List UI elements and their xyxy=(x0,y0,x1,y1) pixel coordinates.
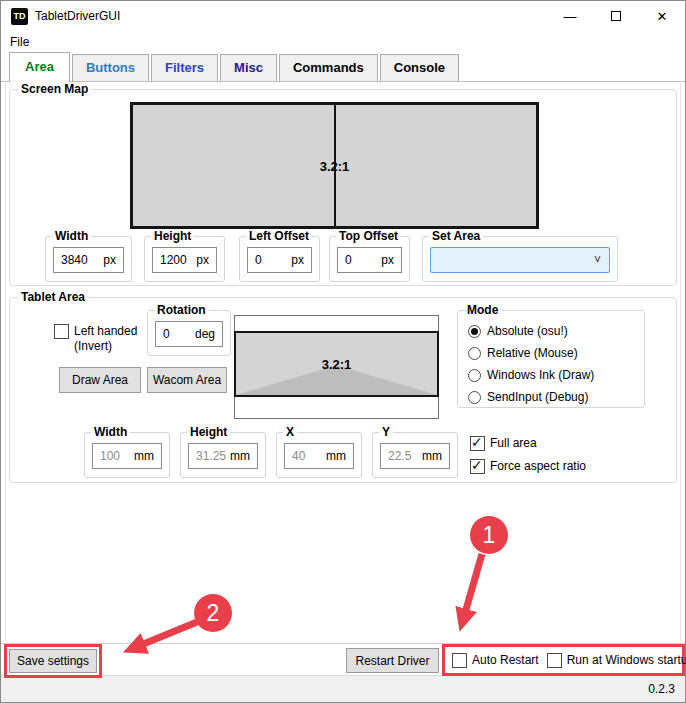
full-area-checkbox[interactable]: ✓ xyxy=(470,436,485,451)
check-icon: ✓ xyxy=(471,457,483,473)
mode-group: Mode Absolute (osu!) Relative (Mouse) Wi… xyxy=(457,310,645,408)
annotation-arrow-2 xyxy=(141,622,197,645)
rotation-value[interactable]: 0 xyxy=(163,327,170,341)
tab-panel-border-right xyxy=(680,81,681,640)
radio-icon[interactable] xyxy=(468,391,481,404)
tablet-x-label: X xyxy=(283,425,297,439)
rotation-group: Rotation 0 deg xyxy=(147,310,231,356)
tablet-height-value: 31.25 xyxy=(196,449,226,463)
screen-height-value[interactable]: 1200 xyxy=(160,253,187,267)
tablet-height-label: Height xyxy=(187,425,230,439)
tablet-y-unit: mm xyxy=(422,449,442,463)
tablet-x-input[interactable]: 40 mm xyxy=(284,443,354,469)
app-icon: TD xyxy=(11,8,28,25)
left-offset-unit: px xyxy=(291,253,304,267)
screen-width-unit: px xyxy=(103,253,116,267)
top-offset-label: Top Offset xyxy=(336,229,401,243)
left-handed-checkbox-row: Left handed (Invert) xyxy=(54,324,137,354)
app-window: TD TabletDriverGUI — ✕ File Area Buttons… xyxy=(0,0,686,703)
screen-map-legend: Screen Map xyxy=(18,82,91,96)
radio-icon[interactable] xyxy=(468,347,481,360)
left-offset-input[interactable]: 0 px xyxy=(247,247,312,273)
screen-height-group: Height 1200 px xyxy=(144,236,225,282)
mode-option-relative[interactable]: Relative (Mouse) xyxy=(458,342,644,364)
annotation-step-1: 1 xyxy=(470,516,508,554)
tab-console[interactable]: Console xyxy=(380,54,459,81)
chevron-down-icon: ˅ xyxy=(594,254,601,266)
screen-map-group: Screen Map 3.2:1 Width 3840 px Height 12… xyxy=(9,89,677,286)
tablet-width-unit: mm xyxy=(134,449,154,463)
force-aspect-label: Force aspect ratio xyxy=(490,459,586,474)
top-offset-input[interactable]: 0 px xyxy=(337,247,402,273)
rotation-label: Rotation xyxy=(154,303,209,317)
set-area-dropdown[interactable]: ˅ xyxy=(430,247,610,273)
auto-restart-checkbox[interactable] xyxy=(452,653,467,668)
tablet-y-input[interactable]: 22.5 mm xyxy=(380,443,450,469)
tablet-width-group: Width 100 mm xyxy=(84,432,170,478)
screen-map-rect[interactable]: 3.2:1 xyxy=(130,102,539,229)
menu-file[interactable]: File xyxy=(1,33,38,51)
left-handed-checkbox[interactable] xyxy=(54,324,69,339)
wacom-area-button[interactable]: Wacom Area xyxy=(147,367,227,393)
annotation-step-2: 2 xyxy=(194,594,232,632)
screen-width-value[interactable]: 3840 xyxy=(61,253,88,267)
title-bar: TD TabletDriverGUI — ✕ xyxy=(1,1,685,31)
top-offset-group: Top Offset 0 px xyxy=(329,236,410,282)
left-offset-label: Left Offset xyxy=(246,229,312,243)
tablet-y-label: Y xyxy=(379,425,393,439)
top-offset-value[interactable]: 0 xyxy=(345,253,352,267)
rotation-unit: deg xyxy=(195,327,215,341)
version-text: 0.2.3 xyxy=(648,682,675,696)
restart-driver-button[interactable]: Restart Driver xyxy=(346,648,439,673)
tab-commands[interactable]: Commands xyxy=(279,54,378,81)
annotation-box-startup: Auto Restart Run at Windows startup xyxy=(442,644,685,676)
tablet-height-input[interactable]: 31.25 mm xyxy=(188,443,258,469)
run-at-startup-label: Run at Windows startup xyxy=(567,653,686,668)
left-handed-label: Left handed (Invert) xyxy=(74,324,137,354)
tablet-outline-rect: 3.2:1 xyxy=(234,315,439,419)
maximize-icon[interactable] xyxy=(599,3,633,29)
tablet-x-value: 40 xyxy=(292,449,305,463)
full-area-checkbox-row[interactable]: ✓ Full area xyxy=(470,436,537,451)
screen-width-input[interactable]: 3840 px xyxy=(53,247,124,273)
rotation-input[interactable]: 0 deg xyxy=(155,321,223,347)
tab-area[interactable]: Area xyxy=(9,52,70,82)
tab-misc[interactable]: Misc xyxy=(220,54,277,81)
screen-height-input[interactable]: 1200 px xyxy=(152,247,217,273)
top-offset-unit: px xyxy=(381,253,394,267)
set-area-group: Set Area ˅ xyxy=(422,236,618,282)
mode-option-windows-ink[interactable]: Windows Ink (Draw) xyxy=(458,364,644,386)
tablet-height-unit: mm xyxy=(230,449,250,463)
run-at-startup-row[interactable]: Run at Windows startup xyxy=(547,653,686,668)
force-aspect-checkbox-row[interactable]: ✓ Force aspect ratio xyxy=(470,459,586,474)
set-area-label: Set Area xyxy=(429,229,483,243)
radio-icon[interactable] xyxy=(468,369,481,382)
screen-width-group: Width 3840 px xyxy=(45,236,132,282)
close-icon[interactable]: ✕ xyxy=(645,3,679,29)
window-title: TabletDriverGUI xyxy=(35,9,120,23)
mode-option-absolute[interactable]: Absolute (osu!) xyxy=(458,320,644,342)
tab-panel-border xyxy=(1,81,685,82)
tablet-width-label: Width xyxy=(91,425,130,439)
force-aspect-checkbox[interactable]: ✓ xyxy=(470,459,485,474)
tablet-area-legend: Tablet Area xyxy=(18,290,88,304)
mode-option-sendinput[interactable]: SendInput (Debug) xyxy=(458,386,644,408)
tab-filters[interactable]: Filters xyxy=(151,54,218,81)
tablet-area-rect[interactable]: 3.2:1 xyxy=(234,331,439,397)
left-offset-value[interactable]: 0 xyxy=(255,253,262,267)
annotation-box-save xyxy=(4,644,102,678)
auto-restart-row[interactable]: Auto Restart xyxy=(452,653,539,668)
window-controls: — ✕ xyxy=(541,3,679,29)
status-bar: 0.2.3 xyxy=(1,675,685,702)
tablet-x-unit: mm xyxy=(326,449,346,463)
tablet-height-group: Height 31.25 mm xyxy=(180,432,266,478)
tablet-y-value: 22.5 xyxy=(388,449,411,463)
minimize-icon[interactable]: — xyxy=(553,3,587,29)
draw-area-button[interactable]: Draw Area xyxy=(59,367,141,393)
run-at-startup-checkbox[interactable] xyxy=(547,653,562,668)
tab-panel-border-left xyxy=(5,81,6,640)
tab-buttons[interactable]: Buttons xyxy=(72,54,149,81)
left-offset-group: Left Offset 0 px xyxy=(239,236,320,282)
tablet-width-input[interactable]: 100 mm xyxy=(92,443,162,469)
radio-selected-icon[interactable] xyxy=(468,325,481,338)
